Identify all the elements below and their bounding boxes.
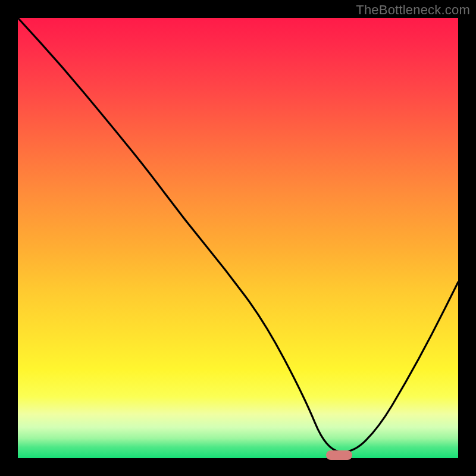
optimal-marker — [326, 450, 352, 460]
chart-frame: TheBottleneck.com — [0, 0, 476, 476]
curve-path — [18, 18, 458, 452]
bottleneck-curve — [18, 18, 458, 458]
watermark-text: TheBottleneck.com — [356, 2, 470, 18]
